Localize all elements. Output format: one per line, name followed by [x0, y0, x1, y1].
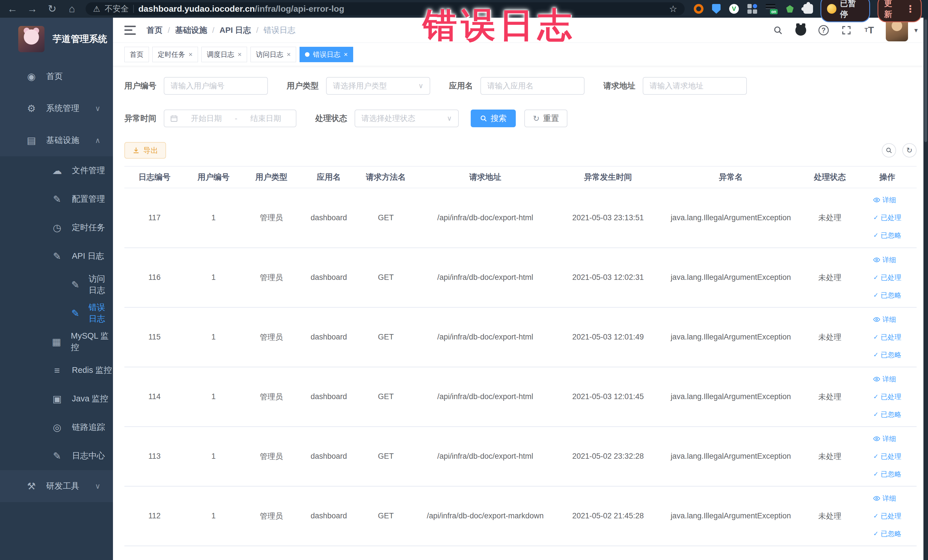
cell-exception-time: 2021-05-03 12:02:31: [556, 248, 660, 307]
update-chrome-button[interactable]: 更新 ⋮: [878, 0, 922, 22]
close-icon[interactable]: ×: [344, 50, 348, 58]
col-exception-time: 异常发生时间: [556, 166, 660, 188]
exception-time-label: 异常时间: [124, 113, 156, 124]
sidebar-item-log-center[interactable]: ✎ 日志中心: [0, 442, 113, 470]
exception-time-range-picker[interactable]: 开始日期 - 结束日期: [164, 110, 296, 127]
detail-link[interactable]: 详细: [873, 494, 896, 503]
extension-switch-icon[interactable]: on: [766, 4, 777, 14]
breadcrumb-api-log[interactable]: API 日志: [220, 25, 251, 36]
sidebar-item-error-log[interactable]: ✎ 错误日志: [0, 299, 113, 328]
sidebar-item-trace[interactable]: ◎ 链路追踪: [0, 413, 113, 442]
sidebar-item-home[interactable]: ◉ 首页: [0, 61, 113, 92]
search-button[interactable]: 搜索: [471, 110, 516, 127]
sidebar-item-mysql-monitor[interactable]: ▦ MySQL 监控: [0, 328, 113, 356]
browser-back-button[interactable]: ←: [6, 3, 18, 15]
sidebar-item-dev-tools[interactable]: ⚒ 研发工具 ∨: [0, 470, 113, 502]
sidebar-item-api-log[interactable]: ✎ API 日志 ∧: [0, 242, 113, 270]
bookmark-star-icon[interactable]: ☆: [669, 3, 677, 14]
mark-ignored-link[interactable]: ✓已忽略: [873, 410, 901, 419]
mark-ignored-link[interactable]: ✓已忽略: [873, 529, 901, 538]
browser-forward-button[interactable]: →: [26, 3, 38, 15]
tag-access-log[interactable]: 访问日志×: [250, 47, 296, 62]
detail-link[interactable]: 详细: [873, 434, 896, 443]
end-date-placeholder: 结束日期: [241, 113, 290, 124]
extension-leaf-icon[interactable]: [785, 4, 795, 14]
request-url-input[interactable]: [643, 77, 747, 95]
mark-processed-link[interactable]: ✓已处理: [873, 273, 901, 282]
user-avatar[interactable]: [886, 19, 908, 41]
mark-processed-link[interactable]: ✓已处理: [873, 333, 901, 342]
sidebar-item-redis-monitor[interactable]: ≡ Redis 监控: [0, 356, 113, 385]
chevron-down-icon: ∨: [95, 482, 101, 491]
reset-button[interactable]: ↻ 重置: [524, 110, 568, 127]
detail-link[interactable]: 详细: [873, 375, 896, 384]
col-status: 处理状态: [801, 166, 858, 188]
eye-icon: [873, 316, 880, 323]
check-icon: ✓: [873, 214, 878, 221]
mark-processed-link[interactable]: ✓已处理: [873, 213, 901, 222]
scrollbar-thumb[interactable]: [924, 20, 927, 142]
export-button[interactable]: 导出: [124, 142, 166, 159]
refresh-button[interactable]: ↻: [902, 143, 917, 157]
address-bar[interactable]: ⚠ 不安全 dashboard.yudao.iocoder.cn/infra/l…: [85, 2, 685, 15]
header-search-icon[interactable]: [772, 24, 784, 37]
extension-shield-icon[interactable]: [712, 4, 720, 14]
sidebar-item-access-log[interactable]: ✎ 访问日志: [0, 270, 113, 299]
window-scrollbar[interactable]: [923, 18, 928, 560]
help-icon[interactable]: ?: [817, 24, 830, 37]
browser-reload-button[interactable]: ↻: [46, 3, 58, 15]
tag-scheduled-jobs[interactable]: 定时任务×: [152, 47, 198, 62]
check-icon: ✓: [873, 530, 878, 537]
tag-home[interactable]: 首页: [124, 47, 149, 62]
mark-ignored-link[interactable]: ✓已忽略: [873, 291, 901, 300]
extension-icons: V on: [694, 4, 813, 14]
process-status-select[interactable]: 请选择处理状态 ∨: [355, 110, 459, 127]
extensions-puzzle-icon[interactable]: [803, 4, 813, 14]
sidebar-item-file-manage[interactable]: ☁ 文件管理: [0, 156, 113, 185]
browser-home-button[interactable]: ⌂: [66, 3, 78, 15]
avatar-caret-down-icon[interactable]: ▾: [914, 26, 918, 34]
check-icon: ✓: [873, 291, 878, 299]
detail-link[interactable]: 详细: [873, 255, 896, 264]
paused-profile-chip[interactable]: 已暂停: [820, 0, 870, 22]
tag-schedule-log[interactable]: 调度日志×: [201, 47, 247, 62]
app-logo-row[interactable]: 芋道管理系统: [0, 18, 113, 61]
toggle-search-button[interactable]: [882, 143, 896, 157]
mark-ignored-link[interactable]: ✓已忽略: [873, 231, 901, 240]
user-type-select[interactable]: 请选择用户类型 ∨: [326, 77, 430, 95]
breadcrumb-home[interactable]: 首页: [147, 25, 163, 36]
user-id-input[interactable]: [164, 77, 268, 95]
sidebar-item-config-manage[interactable]: ✎ 配置管理: [0, 185, 113, 214]
detail-link[interactable]: 详细: [873, 315, 896, 324]
mark-ignored-link[interactable]: ✓已忽略: [873, 470, 901, 479]
mark-processed-link[interactable]: ✓已处理: [873, 511, 901, 520]
tag-error-log[interactable]: 错误日志×: [299, 47, 353, 62]
fullscreen-icon[interactable]: [840, 24, 853, 37]
mark-processed-link[interactable]: ✓已处理: [873, 392, 901, 401]
github-icon[interactable]: [795, 24, 807, 37]
extension-orange-icon[interactable]: [694, 4, 704, 14]
sidebar-item-java-monitor[interactable]: ▣ Java 监控: [0, 385, 113, 413]
browser-menu-icon[interactable]: ⋮: [905, 3, 915, 15]
close-icon[interactable]: ×: [287, 50, 291, 58]
cell-exception-time: 2021-05-02 21:45:28: [556, 486, 660, 546]
cell-request-url: /api/infra/db-doc/export-html: [414, 248, 556, 307]
breadcrumb-infrastructure[interactable]: 基础设施: [175, 25, 207, 36]
sidebar-item-infrastructure[interactable]: ▤ 基础设施 ∧: [0, 124, 113, 156]
cell-user-type: 管理员: [243, 248, 301, 307]
extension-grid-icon[interactable]: [748, 4, 757, 14]
collapse-sidebar-button[interactable]: [124, 26, 136, 35]
eye-icon: [873, 435, 880, 442]
app-name-input[interactable]: [481, 77, 585, 95]
detail-link[interactable]: 详细: [873, 195, 896, 204]
font-size-icon[interactable]: TT: [863, 24, 876, 37]
extension-v-icon[interactable]: V: [729, 4, 739, 14]
cell-request-url: /api/infra/db-doc/export-html: [414, 307, 556, 367]
sidebar-item-system-manage[interactable]: ⚙ 系统管理 ∨: [0, 92, 113, 124]
cell-actions: 详细 ✓已处理 ✓已忽略: [858, 188, 917, 248]
mark-ignored-link[interactable]: ✓已忽略: [873, 350, 901, 359]
close-icon[interactable]: ×: [238, 50, 242, 58]
sidebar-item-scheduled-jobs[interactable]: ◷ 定时任务: [0, 214, 113, 242]
mark-processed-link[interactable]: ✓已处理: [873, 452, 901, 461]
close-icon[interactable]: ×: [189, 50, 192, 58]
